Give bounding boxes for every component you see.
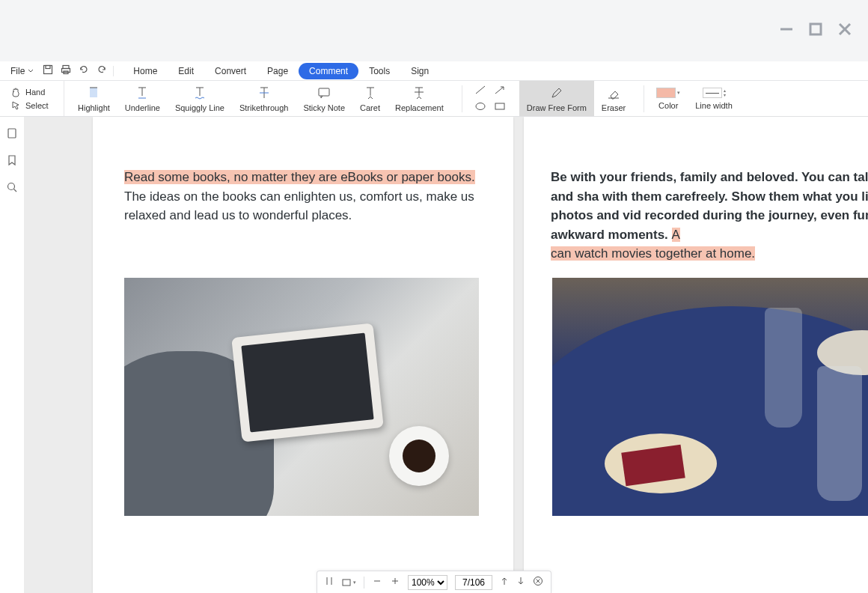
linewidth-option[interactable]: ▴▾ Line width [688,81,740,116]
fit-view-button[interactable]: ▾ [341,577,356,588]
tab-tools[interactable]: Tools [358,63,400,79]
tab-comment[interactable]: Comment [299,63,358,79]
svg-rect-5 [46,66,50,69]
maximize-button[interactable] [808,22,823,37]
line-tool[interactable] [474,85,486,97]
minimize-button[interactable] [778,21,795,37]
eraser-icon [606,85,621,100]
tab-home[interactable]: Home [123,63,168,79]
save-button[interactable] [43,64,53,77]
svg-rect-7 [62,69,70,73]
left-sidebar [0,117,24,593]
highlight-icon [86,85,101,100]
shape-tools [467,85,513,113]
svg-rect-31 [8,129,16,138]
file-menu[interactable]: File [10,66,43,76]
svg-rect-4 [44,66,52,74]
chevron-down-icon: ▾ [677,90,680,96]
pdf-page-left: Read some books, no matter they are eBoo… [93,117,513,593]
color-option[interactable]: ▾ Color [649,81,688,116]
strikethrough-icon [257,85,272,100]
hand-tool-label: Hand [25,88,45,97]
underline-icon [135,85,150,100]
ribbon: Hand Select Highlight Underline Squiggly… [0,81,868,117]
paragraph-right: Be with your friends, family and beloved… [551,168,868,264]
hand-tool[interactable]: Hand [10,87,64,97]
tab-page[interactable]: Page [257,63,299,79]
svg-line-26 [476,86,485,94]
svg-rect-1 [810,24,821,34]
svg-rect-20 [319,88,329,96]
caret-icon [363,85,378,100]
svg-rect-29 [495,103,504,109]
menubar: File Home Edit Convert Page Comment Tool… [0,61,868,81]
zoom-select[interactable]: 100% [408,575,447,590]
continuous-view-button[interactable] [325,576,334,589]
tab-sign[interactable]: Sign [400,63,439,79]
stickynote-button[interactable]: Sticky Note [296,81,352,116]
replacement-icon [412,85,427,100]
pdf-page-right: Be with your friends, family and beloved… [524,117,868,593]
tab-edit[interactable]: Edit [168,63,204,79]
highlighted-text: Read some books, no matter they are eBoo… [124,170,475,184]
underline-button[interactable]: Underline [117,81,168,116]
undo-button[interactable] [79,64,89,77]
zoom-in-button[interactable] [390,576,400,589]
prev-page-button[interactable] [500,576,509,589]
zoom-out-button[interactable] [372,576,382,589]
color-swatch [656,88,676,98]
pencil-icon [549,85,564,100]
image-tablet-coffee [124,278,479,516]
eraser-button[interactable]: Eraser [594,81,633,116]
svg-point-32 [8,183,15,190]
note-icon [317,85,331,100]
svg-rect-10 [90,88,97,97]
select-tool-label: Select [25,101,49,110]
close-fullscreen-button[interactable] [533,576,543,589]
next-page-button[interactable] [516,576,525,589]
close-button[interactable] [837,21,853,37]
chevron-down-icon [28,68,34,74]
redo-button[interactable] [97,64,107,77]
draw-freeform-button[interactable]: Draw Free Form [519,81,594,116]
svg-rect-36 [343,580,350,586]
thumbnails-button[interactable] [6,127,18,142]
svg-line-27 [495,87,504,94]
caret-button[interactable]: Caret [352,81,388,116]
squiggly-button[interactable]: Squiggly Line [168,81,232,116]
cursor-icon [10,100,21,111]
paragraph-left: Read some books, no matter they are eBoo… [124,168,482,225]
ellipse-tool[interactable] [474,101,486,113]
page-input[interactable] [455,575,492,590]
svg-point-28 [476,103,485,109]
svg-line-33 [14,189,17,192]
document-area[interactable]: Read some books, no matter they are eBoo… [24,117,868,593]
highlight-button[interactable]: Highlight [70,81,117,116]
linewidth-stepper[interactable]: ▴▾ [724,88,726,97]
bookmarks-button[interactable] [6,154,18,169]
hand-icon [10,87,21,97]
rectangle-tool[interactable] [494,101,506,113]
linewidth-preview [703,88,722,98]
search-button[interactable] [6,181,18,196]
strikethrough-button[interactable]: Strikethrough [232,81,296,116]
tab-convert[interactable]: Convert [204,63,257,79]
arrow-tool[interactable] [494,85,506,97]
bottom-toolbar: ▾ 100% [317,571,551,593]
image-dinner-table [552,278,868,516]
replacement-button[interactable]: Replacement [388,81,451,116]
file-menu-label: File [10,66,25,76]
select-tool[interactable]: Select [10,100,64,111]
squiggly-icon [192,85,207,100]
print-button[interactable] [61,64,71,77]
